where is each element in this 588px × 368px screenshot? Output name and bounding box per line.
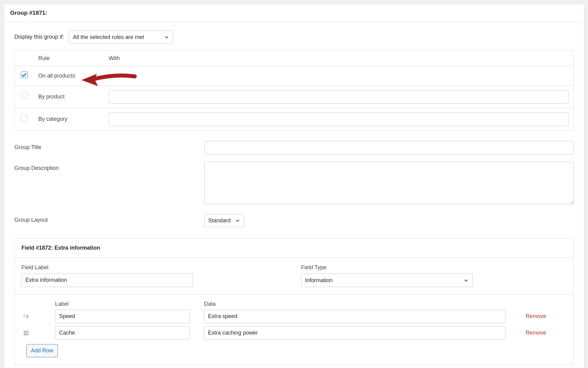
info-row-label-input[interactable]	[55, 310, 190, 323]
info-row-remove-link[interactable]: Remove	[505, 329, 567, 337]
info-row-data-input[interactable]	[204, 326, 505, 340]
group-id: 1871	[32, 10, 45, 16]
info-row-label-input[interactable]	[55, 326, 190, 340]
field-header: Field #1872: Extra information	[15, 239, 573, 258]
criteria-select[interactable]: All the selected rules are met	[69, 30, 173, 44]
field-body: Field Label Field Type Information Label	[15, 258, 573, 365]
field-type-label: Field Type	[301, 264, 567, 271]
rule-row-by-product: By product	[15, 86, 574, 108]
rule-check-by-category[interactable]	[21, 115, 28, 121]
group-header-prefix: Group #	[10, 10, 32, 16]
drag-handle-icon[interactable]	[21, 330, 29, 336]
group-title-row: Group Title	[14, 141, 574, 155]
group-title-input[interactable]	[204, 141, 574, 155]
criteria-row: Display this group if: All the selected …	[14, 30, 574, 44]
group-body: Display this group if: All the selected …	[4, 22, 584, 368]
group-description-row: Group Description	[14, 162, 574, 206]
criteria-label: Display this group if:	[14, 33, 64, 41]
rule-label-all-products: On all products	[38, 73, 75, 79]
rules-table: Rule With On all products By product	[14, 51, 574, 131]
group-title-label: Group Title	[14, 141, 201, 155]
rules-col-with: With	[104, 51, 574, 66]
rule-label-by-product: By product	[38, 94, 65, 100]
field-top-grid: Field Label Field Type Information	[21, 264, 567, 287]
rule-row-all-products: On all products	[15, 66, 574, 86]
field-header-prefix: Field #	[21, 245, 39, 251]
group-panel: Group #1871: Display this group if: All …	[4, 4, 584, 368]
rule-input-by-category[interactable]	[109, 113, 568, 126]
field-type-col: Field Type Information	[301, 264, 567, 287]
add-row-wrap: Add Row	[21, 344, 567, 357]
info-header-data: Data	[204, 300, 505, 308]
info-row: Remove	[21, 310, 567, 323]
field-id: 1872	[39, 245, 51, 251]
field-panel: Field #1872: Extra information Field Lab…	[14, 238, 574, 365]
rule-input-by-product[interactable]	[109, 90, 568, 104]
rule-check-by-product[interactable]	[21, 92, 28, 99]
field-label-label: Field Label	[21, 264, 287, 271]
rules-col-check	[15, 51, 34, 66]
rule-check-all-products[interactable]	[21, 71, 28, 78]
info-rows-header: Label Data	[21, 300, 567, 308]
info-row-data-input[interactable]	[204, 310, 505, 323]
field-label-input[interactable]	[21, 274, 193, 287]
info-row-remove-link[interactable]: Remove	[505, 312, 567, 320]
field-separator	[15, 294, 573, 295]
group-layout-label: Group Layout	[14, 214, 201, 227]
add-row-button[interactable]: Add Row	[26, 344, 58, 357]
group-description-textarea[interactable]	[204, 162, 574, 204]
rules-col-rule: Rule	[33, 51, 104, 66]
group-header-suffix: :	[45, 10, 47, 16]
rule-label-by-category: By category	[38, 116, 67, 122]
field-title: Extra information	[55, 245, 100, 251]
group-layout-select[interactable]: Standard	[204, 214, 244, 227]
info-row: Remove	[21, 326, 567, 340]
info-header-label: Label	[55, 300, 190, 308]
rule-row-by-category: By category	[15, 108, 574, 130]
field-label-col: Field Label	[21, 264, 287, 287]
field-type-select[interactable]: Information	[301, 274, 473, 287]
group-layout-row: Group Layout Standard	[14, 214, 574, 227]
group-description-label: Group Description	[14, 162, 201, 206]
drag-handle-icon[interactable]	[21, 313, 29, 320]
group-header: Group #1871:	[4, 4, 584, 22]
